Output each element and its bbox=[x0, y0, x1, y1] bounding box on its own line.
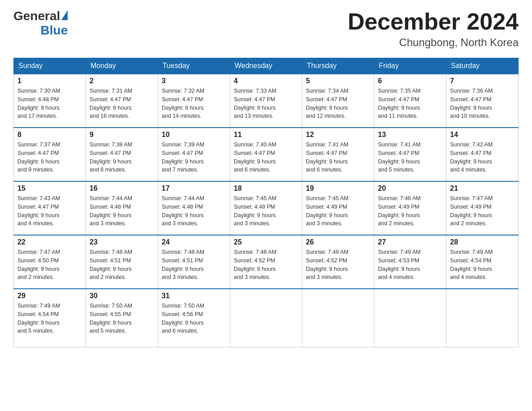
week-row-3: 15 Sunrise: 7:43 AM Sunset: 4:47 PM Dayl… bbox=[14, 181, 519, 235]
calendar-cell: 2 Sunrise: 7:31 AM Sunset: 4:47 PM Dayli… bbox=[86, 74, 158, 128]
calendar-cell: 11 Sunrise: 7:40 AM Sunset: 4:47 PM Dayl… bbox=[230, 128, 302, 181]
calendar-cell: 6 Sunrise: 7:35 AM Sunset: 4:47 PM Dayli… bbox=[374, 74, 446, 128]
calendar-cell: 12 Sunrise: 7:41 AM Sunset: 4:47 PM Dayl… bbox=[302, 128, 374, 181]
calendar-cell: 26 Sunrise: 7:49 AM Sunset: 4:52 PM Dayl… bbox=[302, 235, 374, 289]
calendar-cell: 3 Sunrise: 7:32 AM Sunset: 4:47 PM Dayli… bbox=[158, 74, 230, 128]
day-info: Sunrise: 7:48 AM Sunset: 4:51 PM Dayligh… bbox=[162, 248, 226, 282]
calendar-cell bbox=[302, 289, 374, 347]
calendar-cell: 5 Sunrise: 7:34 AM Sunset: 4:47 PM Dayli… bbox=[302, 74, 374, 128]
day-number: 15 bbox=[17, 184, 82, 193]
day-number: 17 bbox=[162, 184, 226, 193]
header-friday: Friday bbox=[374, 58, 446, 74]
header-wednesday: Wednesday bbox=[230, 58, 302, 74]
day-info: Sunrise: 7:41 AM Sunset: 4:47 PM Dayligh… bbox=[378, 141, 442, 174]
day-number: 19 bbox=[306, 184, 370, 193]
day-number: 26 bbox=[306, 238, 370, 246]
calendar-cell: 8 Sunrise: 7:37 AM Sunset: 4:47 PM Dayli… bbox=[14, 128, 86, 181]
calendar-cell: 24 Sunrise: 7:48 AM Sunset: 4:51 PM Dayl… bbox=[158, 235, 230, 289]
day-info: Sunrise: 7:45 AM Sunset: 4:48 PM Dayligh… bbox=[234, 194, 298, 228]
day-number: 7 bbox=[450, 77, 515, 85]
day-info: Sunrise: 7:48 AM Sunset: 4:51 PM Dayligh… bbox=[90, 248, 154, 282]
day-number: 4 bbox=[234, 77, 298, 85]
day-number: 1 bbox=[17, 77, 82, 85]
header-thursday: Thursday bbox=[302, 58, 374, 74]
day-info: Sunrise: 7:44 AM Sunset: 4:48 PM Dayligh… bbox=[162, 194, 226, 228]
week-row-4: 22 Sunrise: 7:47 AM Sunset: 4:50 PM Dayl… bbox=[14, 235, 519, 289]
calendar-cell: 21 Sunrise: 7:47 AM Sunset: 4:49 PM Dayl… bbox=[446, 181, 519, 235]
day-number: 30 bbox=[90, 292, 154, 300]
page-header: General Blue December 2024 Chungbong, No… bbox=[13, 9, 519, 49]
day-info: Sunrise: 7:31 AM Sunset: 4:47 PM Dayligh… bbox=[90, 87, 154, 120]
day-info: Sunrise: 7:36 AM Sunset: 4:47 PM Dayligh… bbox=[450, 87, 515, 120]
day-number: 5 bbox=[306, 77, 370, 85]
calendar-cell: 17 Sunrise: 7:44 AM Sunset: 4:48 PM Dayl… bbox=[158, 181, 230, 235]
calendar-cell: 7 Sunrise: 7:36 AM Sunset: 4:47 PM Dayli… bbox=[446, 74, 519, 128]
day-info: Sunrise: 7:38 AM Sunset: 4:47 PM Dayligh… bbox=[90, 141, 154, 174]
day-number: 23 bbox=[90, 238, 154, 246]
day-number: 12 bbox=[306, 131, 370, 139]
calendar-cell: 27 Sunrise: 7:49 AM Sunset: 4:53 PM Dayl… bbox=[374, 235, 446, 289]
calendar-cell: 31 Sunrise: 7:50 AM Sunset: 4:56 PM Dayl… bbox=[158, 289, 230, 347]
day-info: Sunrise: 7:49 AM Sunset: 4:54 PM Dayligh… bbox=[450, 248, 515, 282]
calendar-header-row: SundayMondayTuesdayWednesdayThursdayFrid… bbox=[14, 58, 519, 74]
day-info: Sunrise: 7:47 AM Sunset: 4:49 PM Dayligh… bbox=[450, 194, 515, 228]
day-number: 31 bbox=[162, 292, 226, 300]
week-row-1: 1 Sunrise: 7:30 AM Sunset: 4:48 PM Dayli… bbox=[14, 74, 519, 128]
calendar-cell bbox=[374, 289, 446, 347]
day-info: Sunrise: 7:41 AM Sunset: 4:47 PM Dayligh… bbox=[306, 141, 370, 174]
day-number: 6 bbox=[378, 77, 442, 85]
day-info: Sunrise: 7:39 AM Sunset: 4:47 PM Dayligh… bbox=[162, 141, 226, 174]
day-number: 3 bbox=[162, 77, 226, 85]
day-number: 14 bbox=[450, 131, 515, 139]
calendar-cell: 4 Sunrise: 7:33 AM Sunset: 4:47 PM Dayli… bbox=[230, 74, 302, 128]
day-info: Sunrise: 7:35 AM Sunset: 4:47 PM Dayligh… bbox=[378, 87, 442, 120]
day-number: 22 bbox=[17, 238, 82, 246]
calendar-cell: 18 Sunrise: 7:45 AM Sunset: 4:48 PM Dayl… bbox=[230, 181, 302, 235]
calendar-cell: 13 Sunrise: 7:41 AM Sunset: 4:47 PM Dayl… bbox=[374, 128, 446, 181]
calendar-cell: 1 Sunrise: 7:30 AM Sunset: 4:48 PM Dayli… bbox=[14, 74, 86, 128]
location-subtitle: Chungbong, North Korea bbox=[348, 36, 519, 49]
day-number: 21 bbox=[450, 184, 515, 193]
calendar-cell bbox=[230, 289, 302, 347]
calendar-cell: 30 Sunrise: 7:50 AM Sunset: 4:55 PM Dayl… bbox=[86, 289, 158, 347]
day-number: 2 bbox=[90, 77, 154, 85]
month-year-title: December 2024 bbox=[348, 9, 519, 34]
calendar-cell: 9 Sunrise: 7:38 AM Sunset: 4:47 PM Dayli… bbox=[86, 128, 158, 181]
day-number: 13 bbox=[378, 131, 442, 139]
calendar-cell: 10 Sunrise: 7:39 AM Sunset: 4:47 PM Dayl… bbox=[158, 128, 230, 181]
day-info: Sunrise: 7:48 AM Sunset: 4:52 PM Dayligh… bbox=[234, 248, 298, 282]
day-number: 16 bbox=[90, 184, 154, 193]
logo-general-text: General bbox=[13, 9, 60, 23]
header-monday: Monday bbox=[86, 58, 158, 74]
calendar-cell: 22 Sunrise: 7:47 AM Sunset: 4:50 PM Dayl… bbox=[14, 235, 86, 289]
day-number: 9 bbox=[90, 131, 154, 139]
day-info: Sunrise: 7:49 AM Sunset: 4:53 PM Dayligh… bbox=[378, 248, 442, 282]
day-number: 27 bbox=[378, 238, 442, 246]
day-info: Sunrise: 7:33 AM Sunset: 4:47 PM Dayligh… bbox=[234, 87, 298, 120]
header-sunday: Sunday bbox=[14, 58, 86, 74]
day-number: 18 bbox=[234, 184, 298, 193]
day-number: 24 bbox=[162, 238, 226, 246]
week-row-5: 29 Sunrise: 7:49 AM Sunset: 4:54 PM Dayl… bbox=[14, 289, 519, 347]
day-info: Sunrise: 7:47 AM Sunset: 4:50 PM Dayligh… bbox=[17, 248, 82, 282]
calendar-cell: 19 Sunrise: 7:45 AM Sunset: 4:49 PM Dayl… bbox=[302, 181, 374, 235]
header-saturday: Saturday bbox=[446, 58, 519, 74]
calendar-cell: 28 Sunrise: 7:49 AM Sunset: 4:54 PM Dayl… bbox=[446, 235, 519, 289]
day-number: 20 bbox=[378, 184, 442, 193]
day-info: Sunrise: 7:42 AM Sunset: 4:47 PM Dayligh… bbox=[450, 141, 515, 174]
day-number: 29 bbox=[17, 292, 82, 300]
day-number: 11 bbox=[234, 131, 298, 139]
logo: General Blue bbox=[13, 9, 68, 38]
day-info: Sunrise: 7:34 AM Sunset: 4:47 PM Dayligh… bbox=[306, 87, 370, 120]
day-info: Sunrise: 7:49 AM Sunset: 4:52 PM Dayligh… bbox=[306, 248, 370, 282]
day-info: Sunrise: 7:32 AM Sunset: 4:47 PM Dayligh… bbox=[162, 87, 226, 120]
day-number: 28 bbox=[450, 238, 515, 246]
calendar-cell bbox=[446, 289, 519, 347]
day-info: Sunrise: 7:37 AM Sunset: 4:47 PM Dayligh… bbox=[17, 141, 82, 174]
day-info: Sunrise: 7:30 AM Sunset: 4:48 PM Dayligh… bbox=[17, 87, 82, 120]
day-info: Sunrise: 7:49 AM Sunset: 4:54 PM Dayligh… bbox=[17, 302, 82, 335]
day-number: 8 bbox=[17, 131, 82, 139]
calendar-cell: 25 Sunrise: 7:48 AM Sunset: 4:52 PM Dayl… bbox=[230, 235, 302, 289]
title-section: December 2024 Chungbong, North Korea bbox=[348, 9, 519, 49]
day-info: Sunrise: 7:40 AM Sunset: 4:47 PM Dayligh… bbox=[234, 141, 298, 174]
